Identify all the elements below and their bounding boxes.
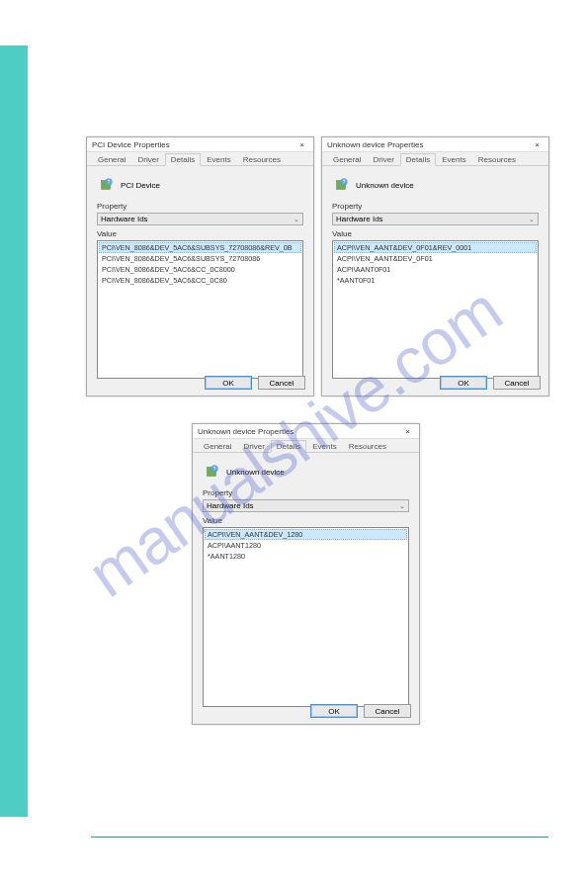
list-item[interactable]: ACPI\AANT1280	[205, 540, 407, 551]
tab-strip: General Driver Details Events Resources	[193, 439, 419, 453]
device-chip-icon: ?	[203, 463, 220, 481]
tab-general[interactable]: General	[198, 440, 237, 452]
tab-resources[interactable]: Resources	[237, 153, 287, 165]
tab-strip: General Driver Details Events Resources	[322, 152, 548, 166]
cancel-button[interactable]: Cancel	[258, 376, 305, 390]
ok-button[interactable]: OK	[310, 704, 358, 718]
chevron-down-icon: ⌄	[399, 502, 405, 510]
tab-resources[interactable]: Resources	[343, 440, 392, 452]
value-label: Value	[97, 229, 303, 238]
ok-button[interactable]: OK	[440, 376, 487, 390]
property-dropdown-value: Hardware Ids	[207, 501, 254, 510]
cancel-button[interactable]: Cancel	[493, 376, 541, 390]
chevron-down-icon: ⌄	[294, 216, 299, 223]
titlebar: Unknown device Properties ×	[322, 137, 548, 152]
close-icon[interactable]: ×	[295, 140, 308, 149]
list-item[interactable]: *AANT1280	[205, 551, 407, 562]
device-name-label: Unknown device	[356, 181, 414, 190]
tab-general[interactable]: General	[327, 153, 367, 165]
dialog-title: Unknown device Properties	[198, 427, 294, 436]
svg-text:?: ?	[108, 179, 111, 185]
dialog-body: ? Unknown device Property Hardware Ids ⌄…	[322, 166, 548, 385]
device-chip-icon: ?	[332, 176, 350, 194]
chevron-down-icon: ⌄	[529, 216, 535, 223]
ok-button[interactable]: OK	[205, 376, 252, 390]
property-dropdown[interactable]: Hardware Ids ⌄	[332, 213, 539, 225]
hardware-ids-listbox[interactable]: ACPI\VEN_AANT&DEV_0F01&REV_0001 ACPI\VEN…	[332, 240, 539, 379]
device-name-label: Unknown device	[226, 468, 285, 477]
svg-text:?: ?	[213, 466, 216, 472]
page-sidebar-accent	[0, 45, 28, 817]
dialog-unknown-device-properties-2: Unknown device Properties × General Driv…	[192, 423, 420, 725]
hardware-ids-listbox[interactable]: ACPI\VEN_AANT&DEV_1280 ACPI\AANT1280 *AA…	[203, 527, 409, 707]
property-dropdown-value: Hardware Ids	[101, 215, 148, 223]
list-item[interactable]: *AANT0F01	[334, 275, 537, 286]
svg-text:?: ?	[343, 179, 346, 185]
tab-events[interactable]: Events	[201, 153, 236, 165]
tab-details[interactable]: Details	[271, 440, 306, 453]
dialog-pci-device-properties: PCI Device Properties × General Driver D…	[86, 136, 314, 397]
list-item[interactable]: ACPI\AANT0F01	[334, 264, 537, 275]
property-label: Property	[203, 488, 409, 497]
cancel-button[interactable]: Cancel	[364, 704, 411, 718]
dialog-body: ? PCI Device Property Hardware Ids ⌄ Val…	[87, 166, 313, 385]
tab-details[interactable]: Details	[400, 153, 436, 166]
page-footer-line	[91, 837, 548, 838]
tab-strip: General Driver Details Events Resources	[87, 152, 313, 166]
value-label: Value	[332, 229, 539, 238]
list-item[interactable]: PCI\VEN_8086&DEV_5AC6&CC_0C8000	[99, 264, 301, 275]
tab-events[interactable]: Events	[306, 440, 342, 452]
list-item[interactable]: PCI\VEN_8086&DEV_5AC6&CC_0C80	[99, 275, 301, 286]
dialog-body: ? Unknown device Property Hardware Ids ⌄…	[193, 453, 419, 713]
tab-driver[interactable]: Driver	[237, 440, 270, 452]
close-icon[interactable]: ×	[531, 140, 544, 149]
dialog-unknown-device-properties: Unknown device Properties × General Driv…	[321, 136, 549, 397]
tab-details[interactable]: Details	[165, 153, 201, 166]
tab-driver[interactable]: Driver	[367, 153, 399, 165]
tab-resources[interactable]: Resources	[472, 153, 522, 165]
property-dropdown[interactable]: Hardware Ids ⌄	[203, 499, 409, 512]
list-item[interactable]: PCI\VEN_8086&DEV_5AC6&SUBSYS_72708086	[99, 253, 301, 264]
list-item[interactable]: ACPI\VEN_AANT&DEV_0F01&REV_0001	[334, 242, 537, 253]
property-dropdown-value: Hardware Ids	[336, 215, 383, 223]
value-label: Value	[203, 516, 409, 525]
device-chip-icon: ?	[97, 176, 115, 194]
close-icon[interactable]: ×	[401, 427, 414, 436]
hardware-ids-listbox[interactable]: PCI\VEN_8086&DEV_5AC6&SUBSYS_72708086&RE…	[97, 240, 303, 379]
tab-driver[interactable]: Driver	[131, 153, 164, 165]
titlebar: Unknown device Properties ×	[193, 424, 419, 439]
dialog-title: PCI Device Properties	[92, 140, 170, 149]
tab-general[interactable]: General	[92, 153, 131, 165]
dialog-title: Unknown device Properties	[327, 140, 423, 149]
tab-events[interactable]: Events	[436, 153, 471, 165]
device-name-label: PCI Device	[121, 181, 160, 190]
list-item[interactable]: PCI\VEN_8086&DEV_5AC6&SUBSYS_72708086&RE…	[99, 242, 301, 253]
titlebar: PCI Device Properties ×	[87, 137, 313, 152]
list-item[interactable]: ACPI\VEN_AANT&DEV_1280	[205, 529, 407, 540]
property-label: Property	[332, 202, 539, 211]
property-label: Property	[97, 202, 303, 211]
property-dropdown[interactable]: Hardware Ids ⌄	[97, 213, 303, 225]
list-item[interactable]: ACPI\VEN_AANT&DEV_0F01	[334, 253, 537, 264]
